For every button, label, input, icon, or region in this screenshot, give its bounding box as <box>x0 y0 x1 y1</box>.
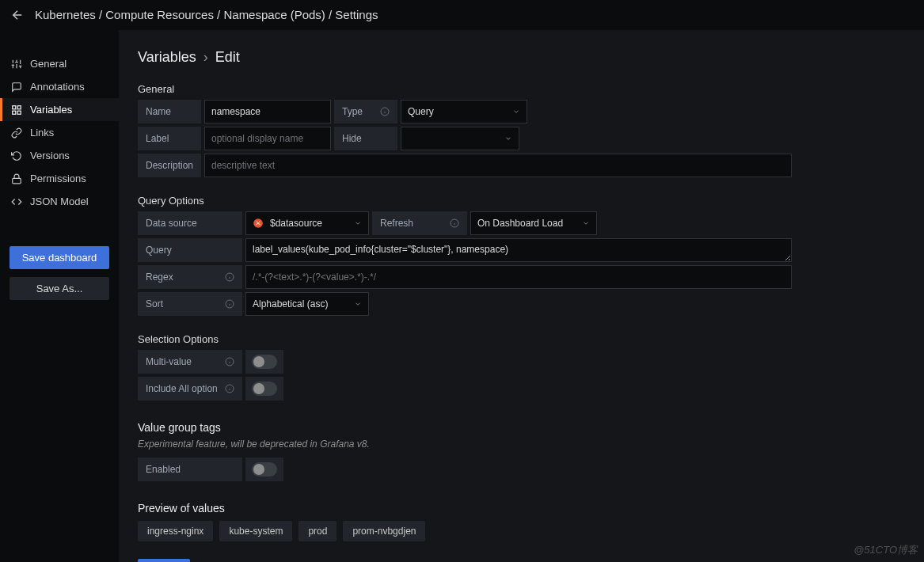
sidebar-item-label: Links <box>30 127 54 139</box>
include-all-label: Include All option <box>138 377 242 401</box>
sidebar-item-annotations[interactable]: Annotations <box>0 75 119 98</box>
sidebar-item-links[interactable]: Links <box>0 121 119 144</box>
datasource-label: Data source <box>138 211 242 235</box>
multi-value-label: Multi-value <box>138 350 242 374</box>
name-input[interactable] <box>204 100 331 123</box>
page-title: Variables › Edit <box>138 49 905 66</box>
sidebar-item-label: Variables <box>30 104 72 116</box>
sort-select[interactable]: Alphabetical (asc) <box>245 292 369 316</box>
preview-tags: ingress-nginx kube-system prod prom-nvbg… <box>138 521 905 541</box>
sidebar-item-versions[interactable]: Versions <box>0 144 119 167</box>
label-label: Label <box>138 127 201 150</box>
name-label: Name <box>138 100 201 123</box>
back-button[interactable] <box>8 6 27 25</box>
preview-tag: kube-system <box>219 521 292 541</box>
info-icon[interactable] <box>225 384 234 393</box>
sidebar-item-label: Permissions <box>30 173 86 184</box>
svg-rect-13 <box>13 178 21 183</box>
info-icon[interactable] <box>225 299 234 309</box>
history-icon <box>11 150 22 161</box>
section-heading-query-options: Query Options <box>138 195 905 207</box>
sidebar-item-permissions[interactable]: Permissions <box>0 167 119 190</box>
description-label: Description <box>138 154 201 177</box>
regex-input[interactable] <box>245 265 792 289</box>
chevron-down-icon <box>504 135 512 142</box>
type-label: Type <box>334 100 397 123</box>
preview-tag: ingress-nginx <box>138 521 213 541</box>
info-icon[interactable] <box>380 107 390 116</box>
query-label: Query <box>138 238 242 262</box>
svg-rect-12 <box>13 111 16 114</box>
svg-rect-10 <box>17 105 21 108</box>
chevron-down-icon <box>354 300 362 308</box>
sidebar-item-general[interactable]: General <box>0 52 119 75</box>
settings-sidebar: General Annotations Variables Links <box>0 30 119 562</box>
info-icon[interactable] <box>225 272 234 282</box>
sliders-icon <box>11 59 22 70</box>
include-all-toggle[interactable] <box>252 382 277 396</box>
sidebar-item-label: Annotations <box>30 81 85 93</box>
info-icon[interactable] <box>225 357 234 366</box>
label-input[interactable] <box>204 127 331 150</box>
section-heading-value-group-tags: Value group tags <box>138 421 905 434</box>
enabled-toggle[interactable] <box>252 462 277 477</box>
sidebar-item-label: JSON Model <box>30 196 89 207</box>
hide-select[interactable] <box>401 127 519 150</box>
sidebar-item-label: Versions <box>30 150 70 161</box>
section-heading-general: General <box>138 83 905 95</box>
breadcrumb[interactable]: Kubernetes / Compute Resources / Namespa… <box>35 8 378 21</box>
sidebar-item-label: General <box>30 58 67 70</box>
sidebar-item-variables[interactable]: Variables <box>0 98 119 121</box>
regex-label: Regex <box>138 265 242 289</box>
enabled-label: Enabled <box>138 458 242 481</box>
value-group-tags-note: Experimental feature, will be deprecated… <box>138 439 905 450</box>
prometheus-icon <box>253 218 264 229</box>
sort-label: Sort <box>138 292 242 316</box>
link-icon <box>11 127 22 139</box>
refresh-select[interactable]: On Dashboard Load <box>470 211 597 235</box>
grid-icon <box>11 104 22 116</box>
chevron-down-icon <box>354 219 362 227</box>
chevron-down-icon <box>582 219 590 227</box>
save-dashboard-button[interactable]: Save dashboard <box>10 246 109 269</box>
sidebar-item-json-model[interactable]: JSON Model <box>0 190 119 213</box>
chevron-down-icon <box>512 108 520 116</box>
page-title-parent[interactable]: Variables <box>138 49 196 65</box>
save-as-button[interactable]: Save As... <box>10 277 109 300</box>
code-icon <box>11 196 22 207</box>
refresh-label: Refresh <box>372 211 467 235</box>
hide-label: Hide <box>334 127 397 150</box>
svg-rect-11 <box>17 111 21 114</box>
svg-point-17 <box>253 218 263 228</box>
type-select[interactable]: Query <box>401 100 527 123</box>
lock-icon <box>11 173 22 184</box>
info-icon[interactable] <box>450 218 459 228</box>
query-input[interactable] <box>245 238 792 262</box>
page-title-current: Edit <box>215 49 240 65</box>
update-button[interactable]: Update <box>138 559 190 562</box>
description-input[interactable] <box>204 154 792 177</box>
section-heading-preview: Preview of values <box>138 502 905 515</box>
multi-value-toggle[interactable] <box>252 355 277 369</box>
preview-tag: prom-nvbgdjen <box>343 521 425 541</box>
datasource-select[interactable]: $datasource <box>245 211 369 235</box>
preview-tag: prod <box>298 521 337 541</box>
main-content: Variables › Edit General Name Type Query <box>119 30 924 562</box>
comment-icon <box>11 82 22 93</box>
section-heading-selection-options: Selection Options <box>138 333 905 345</box>
svg-rect-9 <box>13 105 16 108</box>
